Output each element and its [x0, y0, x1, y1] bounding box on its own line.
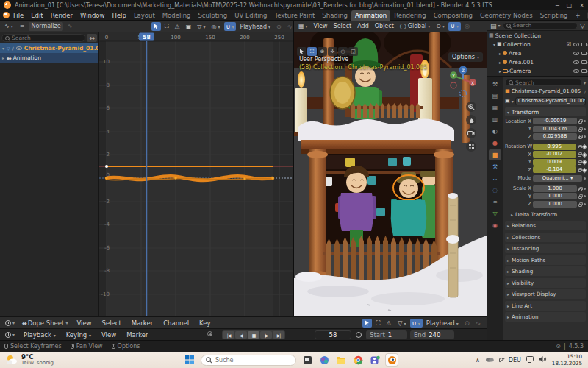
expand-icon[interactable]: ▸ — [2, 55, 4, 60]
lock-icon[interactable] — [578, 146, 581, 149]
tab-shading[interactable]: Shading — [318, 10, 351, 21]
tab-animation[interactable]: Animation — [351, 10, 390, 21]
menu-object[interactable]: Object — [373, 23, 396, 29]
taskbar-clock[interactable]: 15:10 18.12.2025 — [552, 353, 582, 367]
snap-magnet-icon[interactable]: ∪▾ — [448, 22, 461, 31]
outliner-row-scene-collection[interactable]: ▦ Scene Collection — [487, 31, 588, 40]
tab-tool-icon[interactable]: ⚒ — [489, 79, 501, 90]
lock-icon[interactable] — [578, 121, 582, 124]
editor-type-button[interactable]: ∿ ▾ — [2, 22, 15, 31]
menu-add[interactable]: Add — [355, 23, 371, 29]
section-shading[interactable]: ▸Shading — [505, 266, 586, 276]
menu-key[interactable]: Key — [196, 319, 214, 327]
render-visibility-icon[interactable] — [581, 69, 587, 73]
tab-object-icon[interactable]: ■ — [489, 149, 501, 160]
location-y-field[interactable]: 0.1043 m — [533, 126, 577, 132]
editor-type-button[interactable]: ▦▾ — [296, 22, 310, 31]
frame-end-field[interactable]: End240 — [410, 330, 454, 339]
rotation-z-field[interactable]: -0.104 — [533, 166, 576, 173]
toggle-ortho-icon[interactable] — [466, 141, 476, 152]
tab-modeling[interactable]: Modeling — [159, 10, 195, 21]
pivot-dropdown[interactable]: ⊙▾ — [434, 22, 447, 31]
section-visibility[interactable]: ▸Visibility — [505, 278, 586, 288]
volume-icon[interactable] — [539, 355, 547, 364]
filter-toggle-button[interactable]: ⇔ — [87, 34, 97, 42]
tray-expand-icon[interactable]: ∧ — [476, 357, 480, 364]
outliner-search-input[interactable]: Search — [503, 22, 578, 29]
pan-hand-icon[interactable] — [466, 115, 476, 125]
do-not-disturb-icon[interactable] — [499, 358, 503, 362]
tab-texture-paint[interactable]: Texture Paint — [271, 10, 319, 21]
eye-icon[interactable] — [573, 69, 579, 73]
camera-view-icon[interactable] — [466, 128, 476, 138]
lock-icon[interactable] — [578, 204, 582, 207]
viewport-canvas[interactable]: ⛶ ⊕ ✛ ◴ ◱ Options▾ User Perspective (58)… — [294, 32, 487, 316]
next-keyframe-button[interactable]: |▶ — [260, 331, 272, 339]
animate-dot-icon[interactable] — [584, 203, 586, 205]
keyboard-language[interactable]: DEU — [509, 357, 521, 364]
tweak-tool-button[interactable] — [362, 319, 372, 328]
tab-rendering[interactable]: Rendering — [390, 10, 429, 21]
snap-magnet-icon[interactable]: ∪▾ — [224, 22, 237, 31]
maximize-button[interactable]: □ — [567, 2, 573, 9]
expand-icon[interactable]: ▸ — [499, 60, 501, 65]
fcurve-canvas[interactable]: 10 8 6 4 2 0 -2 -4 -6 -8 — [99, 32, 293, 316]
menu-view[interactable]: View — [98, 331, 120, 339]
menu-view[interactable]: View — [73, 319, 95, 327]
transform-tool-icon[interactable]: ◱ — [348, 47, 358, 56]
taskbar-search[interactable] — [201, 355, 296, 366]
menu-select[interactable]: Select — [331, 23, 354, 29]
location-x-field[interactable]: -0.00019 — [533, 118, 577, 124]
pause-button[interactable]: ▮▮ — [248, 331, 259, 339]
tweak-tool-button[interactable] — [151, 22, 161, 31]
menu-window[interactable]: Window — [76, 12, 109, 19]
menu-render[interactable]: Render — [47, 12, 76, 19]
select-box-tool-icon[interactable]: ⛶ — [307, 47, 317, 56]
keyframe-point[interactable] — [105, 165, 108, 168]
object-name-field[interactable]: Christmas-Pyramid_01.005 — [515, 97, 586, 105]
auto-keying-toggle[interactable] — [207, 330, 212, 338]
outliner-row-area-001[interactable]: ▸ Area.001 — [487, 57, 588, 66]
section-line-art[interactable]: ▸Line Art — [505, 301, 586, 311]
select-box-icon[interactable]: ⛶ — [373, 319, 382, 328]
channel-search-input[interactable]: Search — [1, 34, 85, 42]
gizmo-x-axis[interactable]: X — [471, 80, 474, 85]
cursor-3d-tool-icon[interactable]: ⊕ — [318, 47, 327, 56]
app-snipping-icon[interactable] — [301, 354, 313, 366]
section-viewport-display[interactable]: ▸Viewport Display — [505, 289, 586, 299]
section-relations[interactable]: ▸Relations — [505, 221, 586, 230]
keyframe-diamond-icon[interactable] — [582, 152, 587, 157]
eye-icon[interactable] — [573, 43, 579, 46]
edit-icon[interactable]: ▣ — [184, 22, 194, 31]
jump-to-end-button[interactable]: ▶| — [273, 331, 284, 339]
section-motion-paths[interactable]: ▸Motion Paths — [505, 255, 586, 265]
tab-scripting[interactable]: Scripting — [537, 10, 572, 21]
tab-geometry-nodes[interactable]: Geometry Nodes — [476, 10, 537, 21]
animate-dot-icon[interactable] — [584, 128, 586, 130]
channel-animation[interactable]: ▸ ◆◆ Animation — [0, 53, 98, 63]
cursor-tool-icon[interactable] — [297, 47, 306, 56]
tab-modifiers-icon[interactable]: ⚒ — [489, 161, 501, 172]
lock-icon[interactable] — [578, 162, 581, 165]
rotation-y-field[interactable]: 0.009 — [533, 159, 576, 166]
proportional-edit-icon[interactable]: ◎▾ — [209, 22, 223, 31]
filter-icon[interactable]: ▽▾ — [195, 22, 207, 31]
scale-x-field[interactable]: 1.000 — [533, 185, 577, 192]
channel-object[interactable]: ▾ ▽ ∕ Christmas-Pyramid_01.005 — [0, 43, 98, 53]
eye-icon[interactable] — [573, 52, 579, 55]
keyframe-diamond-icon[interactable] — [582, 160, 587, 164]
tab-compositing[interactable]: Compositing — [430, 10, 476, 21]
rotation-w-field[interactable]: 0.995 — [533, 144, 576, 150]
current-frame-field[interactable]: 58 — [315, 330, 351, 339]
transform-panel-header[interactable]: ▾Transform — [505, 107, 586, 116]
tab-scene-icon[interactable]: ◐ — [489, 126, 501, 137]
move-tool-icon[interactable]: ✛ — [328, 47, 337, 56]
menu-marker[interactable]: Marker — [128, 319, 157, 327]
filter-icon[interactable]: ▽ — [579, 21, 586, 30]
app-photos-icon[interactable] — [318, 354, 330, 366]
lock-icon[interactable] — [578, 188, 582, 191]
rotation-x-field[interactable]: -0.002 — [533, 151, 576, 158]
add-workspace-button[interactable]: + — [571, 10, 584, 21]
fcurve-icon[interactable]: ∿ — [473, 319, 483, 328]
chevron-down-icon[interactable]: ▾ — [512, 99, 514, 104]
